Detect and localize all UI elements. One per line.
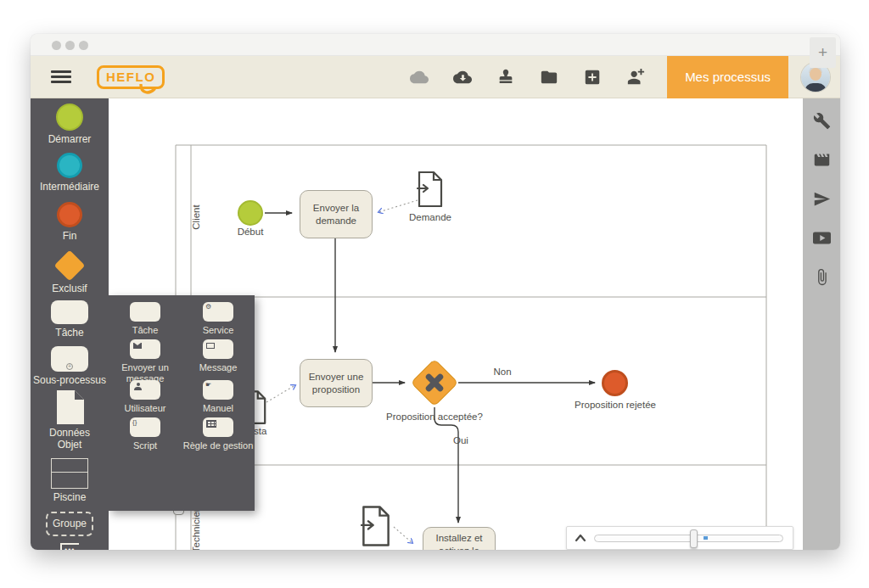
play-icon [813, 229, 831, 247]
collapse-chevron-icon[interactable] [575, 533, 586, 543]
my-processes-button[interactable]: Mes processus [667, 56, 788, 98]
invite-user-button[interactable] [626, 68, 645, 87]
data-object-request[interactable] [417, 171, 444, 210]
palette-item-data-object[interactable]: Données Objet [31, 390, 109, 451]
task-send-request[interactable]: Envoyer la demande [300, 190, 373, 238]
palette-item-task[interactable]: Tâche [31, 300, 109, 339]
window-minimize-button[interactable] [65, 41, 75, 50]
hand-icon: ☛ [205, 382, 211, 389]
data-object-request-label: Demande [391, 212, 469, 222]
envelope-icon [206, 343, 215, 349]
send-message-task-icon [130, 339, 160, 359]
video-button[interactable] [813, 229, 831, 247]
flyout-item-user[interactable]: Utilisateur [109, 380, 182, 414]
start-event-node[interactable] [238, 200, 263, 226]
palette-label: Données Objet [40, 428, 99, 451]
envelope-filled-icon [133, 343, 142, 349]
window-close-button[interactable] [52, 41, 61, 50]
wrench-icon [813, 112, 831, 130]
flyout-label: Script [133, 440, 157, 451]
flyout-label: Règle de gestion [183, 440, 254, 451]
palette-item-start[interactable]: Démarrer [31, 104, 109, 146]
palette-label: Piscine [53, 492, 87, 504]
task-type-flyout: Tâche ⚙ Service Envoyer un message Messa… [109, 295, 255, 511]
palette-item-pool[interactable]: Piscine [31, 458, 109, 504]
folder-button[interactable] [540, 68, 558, 87]
add-process-button[interactable] [583, 68, 602, 87]
hamburger-icon [51, 70, 71, 83]
palette-item-end[interactable]: Fin [31, 202, 109, 243]
flyout-label: Tâche [132, 325, 159, 336]
flyout-item-send-message[interactable]: Envoyer un message [109, 339, 182, 384]
add-box-icon [583, 68, 602, 87]
cloud-icon [410, 68, 429, 87]
window-zoom-button[interactable] [79, 41, 88, 50]
paperclip-icon [813, 268, 831, 286]
flyout-item-message[interactable]: Message [182, 339, 255, 373]
business-rule-task-icon [203, 417, 233, 437]
end-event-node[interactable] [602, 370, 628, 396]
annotation-icon: ••• [60, 543, 79, 550]
palette-item-annotation[interactable]: ••• [31, 543, 109, 550]
flyout-item-task[interactable]: Tâche [109, 302, 182, 336]
task-install[interactable]: Installez et activez le service [423, 527, 496, 550]
stamp-icon [496, 68, 515, 87]
edge-label-oui: Oui [453, 435, 491, 445]
palette-label: Démarrer [48, 134, 92, 146]
flyout-item-business-rule[interactable]: Règle de gestion [182, 417, 255, 451]
browser-titlebar [31, 34, 840, 56]
right-sidebar [803, 98, 840, 550]
diagram-canvas[interactable]: Client Technicien Début Envoyer la deman… [109, 98, 803, 550]
lane-label-client: Client [191, 183, 203, 251]
new-tab-button[interactable]: + [810, 37, 836, 68]
flyout-label: Message [199, 362, 238, 373]
add-user-icon [626, 68, 645, 87]
pool-icon [51, 458, 88, 489]
pool-frame [176, 145, 766, 550]
task-icon [51, 300, 88, 324]
paper-plane-icon [813, 190, 831, 208]
user-icon [134, 383, 142, 390]
data-object-partial-label: sta [254, 426, 279, 436]
data-object-install[interactable] [361, 506, 391, 550]
bpmn-palette: Démarrer Intermédiaire Fin Exclusif Tâch… [31, 98, 109, 550]
edge-label-non: Non [477, 367, 528, 377]
flyout-item-script[interactable]: {} Script [109, 417, 182, 451]
cloud-download-button[interactable] [453, 68, 472, 87]
start-event-label: Début [221, 227, 280, 237]
palette-label: Intermédiaire [40, 182, 99, 193]
plus-icon: + [818, 43, 827, 62]
palette-item-subprocess[interactable]: + Sous-processus [31, 346, 109, 387]
media-button[interactable] [813, 151, 831, 169]
avatar-face [810, 68, 821, 81]
cloud-button[interactable] [410, 68, 429, 87]
table-icon [206, 420, 216, 428]
cloud-download-icon [453, 68, 472, 87]
publish-button[interactable] [496, 68, 515, 87]
task-label: Envoyer la demande [304, 202, 368, 227]
flyout-item-manual[interactable]: ☛ Manuel [182, 380, 255, 414]
script-icon: {} [132, 419, 137, 426]
browser-window: + HEFLO [31, 34, 840, 550]
palette-item-group[interactable]: Groupe [31, 512, 109, 536]
menu-button[interactable] [51, 68, 71, 86]
palette-item-intermediate[interactable]: Intermédiaire [31, 153, 109, 193]
zoom-control-panel [566, 526, 793, 550]
task-label: Envoyer une proposition [304, 371, 368, 396]
zoom-default-tick [704, 536, 708, 540]
palette-item-exclusive[interactable]: Exclusif [31, 251, 109, 295]
share-button[interactable] [813, 190, 831, 208]
manual-task-icon: ☛ [203, 380, 233, 400]
task-send-proposal[interactable]: Envoyer une proposition [300, 359, 373, 407]
service-task-icon: ⚙ [203, 302, 233, 322]
attachment-button[interactable] [813, 268, 831, 286]
zoom-slider-thumb[interactable] [690, 529, 698, 548]
palette-label: Fin [63, 231, 77, 243]
flyout-item-service[interactable]: ⚙ Service [182, 302, 255, 336]
zoom-slider-track[interactable] [594, 535, 783, 542]
heflo-logo[interactable]: HEFLO [97, 65, 165, 89]
data-input-icon [417, 171, 444, 207]
subprocess-icon: + [51, 346, 88, 372]
intermediate-event-icon [57, 153, 82, 178]
settings-button[interactable] [813, 112, 831, 130]
